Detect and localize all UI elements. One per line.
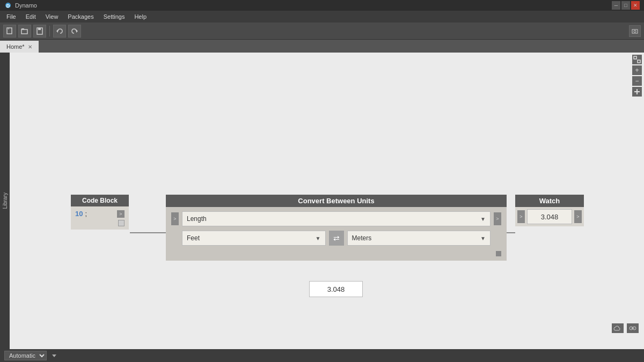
code-input-row: 10 ; > — [75, 210, 125, 218]
code-block-header: Code Block — [71, 195, 129, 206]
code-block-node: Code Block 10 ; > — [71, 195, 129, 230]
watch-value-display: 3.048 — [527, 209, 572, 224]
convert-category-dropdown[interactable]: Length ▼ — [182, 211, 491, 226]
close-button[interactable]: ✕ — [631, 1, 640, 10]
toolbar — [0, 23, 644, 40]
convert-port-right-category[interactable]: > — [494, 212, 501, 225]
title-bar-controls: ─ □ ✕ — [612, 1, 640, 10]
canvas-controls: + − — [630, 53, 644, 99]
window-title: Dynamo — [15, 2, 37, 9]
svg-marker-21 — [52, 354, 56, 357]
convert-to-value: Meters — [352, 234, 372, 242]
code-block-title: Code Block — [82, 197, 118, 204]
tab-home[interactable]: Home* ✕ — [0, 41, 39, 53]
svg-rect-5 — [21, 28, 24, 29]
open-button[interactable] — [18, 25, 31, 38]
camera-icon — [631, 27, 639, 35]
undo-button[interactable] — [53, 25, 66, 38]
minimize-button[interactable]: ─ — [612, 1, 620, 10]
resize-handle[interactable] — [496, 251, 501, 256]
tab-close-button[interactable]: ✕ — [28, 44, 32, 50]
code-block-body: 10 ; > — [71, 206, 129, 230]
undo-icon — [56, 27, 63, 35]
watch-port-row: > 3.048 > — [515, 207, 584, 226]
add-icon — [633, 88, 641, 95]
app-logo-icon: D — [4, 2, 12, 9]
watch-value-text: 3.048 — [541, 213, 559, 221]
convert-port-left-category[interactable]: > — [171, 212, 179, 225]
swap-units-button[interactable]: ⇄ — [329, 231, 344, 246]
run-mode-select[interactable]: Automatic Manual — [4, 351, 47, 360]
output-value-text: 3.048 — [327, 285, 345, 293]
convert-to-dropdown[interactable]: Meters ▼ — [347, 231, 491, 246]
convert-node: Convert Between Units > Length ▼ > — [166, 195, 507, 261]
new-icon — [6, 27, 13, 35]
cloud-icon[interactable] — [612, 323, 624, 333]
sidebar-library-label[interactable]: Library — [2, 193, 8, 209]
code-value[interactable]: 10 — [75, 210, 83, 218]
zoom-in-button[interactable]: + — [632, 65, 642, 75]
run-mode-dropdown-icon — [51, 352, 57, 359]
svg-rect-4 — [21, 29, 27, 34]
menu-bar: File Edit View Packages Settings Help — [0, 11, 644, 23]
redo-icon — [71, 27, 78, 35]
bottom-right-icons — [612, 323, 639, 333]
svg-point-11 — [634, 30, 636, 32]
menu-view[interactable]: View — [41, 12, 63, 21]
convert-to-arrow-icon: ▼ — [480, 235, 486, 241]
link-icon[interactable] — [627, 323, 639, 333]
new-button[interactable] — [3, 25, 16, 38]
title-bar-left: D Dynamo — [4, 2, 37, 9]
zoom-in-icon: + — [635, 67, 639, 74]
cloud-svg — [613, 325, 622, 331]
menu-file[interactable]: File — [2, 12, 20, 21]
sidebar[interactable]: Library — [0, 53, 10, 349]
save-button[interactable] — [33, 25, 46, 38]
toolbar-separator — [49, 26, 50, 36]
menu-packages[interactable]: Packages — [63, 12, 98, 21]
link-svg — [628, 325, 637, 331]
convert-category-value: Length — [187, 215, 207, 223]
maximize-button[interactable]: □ — [621, 1, 630, 10]
swap-icon: ⇄ — [333, 234, 340, 242]
convert-category-arrow-icon: ▼ — [480, 216, 486, 222]
code-block-output-port[interactable]: > — [117, 210, 125, 218]
toolbar-extra — [629, 25, 641, 37]
svg-marker-8 — [56, 29, 58, 33]
watch-node: Watch > 3.048 > — [515, 195, 584, 226]
zoom-out-icon: − — [635, 77, 639, 85]
watch-input-port[interactable]: > — [517, 210, 525, 223]
svg-rect-2 — [7, 28, 12, 34]
title-bar: D Dynamo ─ □ ✕ — [0, 0, 644, 11]
code-checkbox[interactable] — [118, 220, 125, 226]
convert-from-dropdown[interactable]: Feet ▼ — [182, 231, 326, 246]
watch-output-port[interactable]: > — [574, 210, 582, 223]
svg-rect-15 — [638, 60, 640, 63]
menu-settings[interactable]: Settings — [99, 12, 129, 21]
redo-button[interactable] — [68, 25, 81, 38]
convert-footer — [171, 250, 501, 256]
code-semicolon: ; — [85, 210, 87, 218]
convert-category-row: > Length ▼ > — [171, 211, 501, 226]
open-icon — [21, 27, 28, 35]
add-node-button[interactable] — [632, 87, 642, 97]
code-checkbox-row — [75, 218, 125, 226]
fit-icon — [633, 56, 641, 63]
watch-title: Watch — [539, 197, 560, 205]
convert-from-arrow-icon: ▼ — [316, 235, 321, 241]
svg-rect-14 — [634, 56, 636, 59]
convert-header: Convert Between Units — [166, 195, 507, 207]
convert-from-value: Feet — [187, 234, 200, 242]
fit-canvas-button[interactable] — [632, 55, 642, 64]
canvas[interactable]: Code Block 10 ; > Convert Between Units — [10, 53, 644, 349]
output-value-bubble: 3.048 — [309, 281, 363, 297]
convert-body: > Length ▼ > Feet ▼ — [166, 207, 507, 261]
menu-edit[interactable]: Edit — [21, 12, 40, 21]
watch-header: Watch — [515, 195, 584, 207]
svg-rect-7 — [38, 28, 41, 30]
save-icon — [36, 27, 43, 35]
menu-help[interactable]: Help — [130, 12, 151, 21]
zoom-out-button[interactable]: − — [632, 76, 642, 86]
watch-body: > 3.048 > — [515, 207, 584, 226]
convert-units-row: Feet ▼ ⇄ Meters ▼ — [171, 231, 501, 246]
